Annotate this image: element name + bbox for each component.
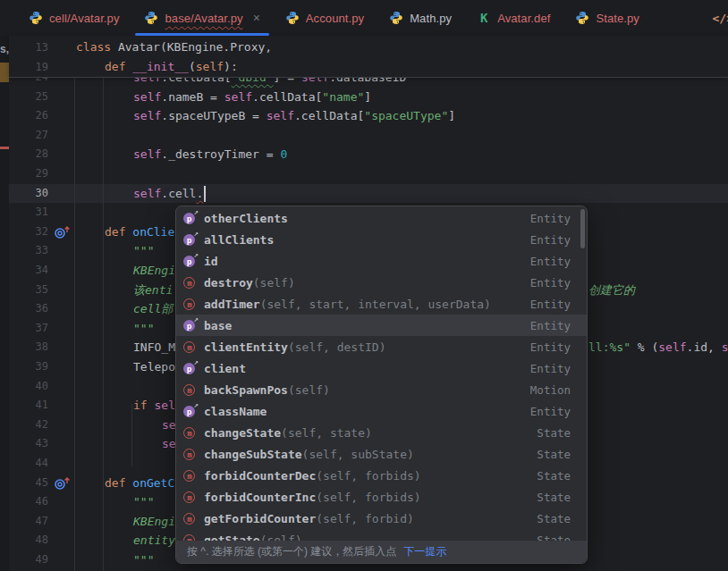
tab-state-py[interactable]: State.py bbox=[563, 0, 652, 36]
code-line-26[interactable]: 26self.spaceUTypeB = self.cellData["spac… bbox=[9, 106, 728, 126]
completion-item-addTimer[interactable]: maddTimer(self, start, interval, userDat… bbox=[176, 293, 587, 315]
override-method-icon[interactable] bbox=[54, 225, 73, 239]
code-text: """ bbox=[133, 550, 154, 570]
method-icon: m bbox=[183, 383, 197, 397]
line-number: 38 bbox=[9, 338, 48, 357]
property-icon: p↗ bbox=[183, 405, 197, 418]
method-icon: m bbox=[183, 469, 197, 483]
tool-window-edge: s, bbox=[0, 36, 9, 571]
item-type: State bbox=[537, 448, 571, 461]
tab-label: Account.py bbox=[306, 12, 364, 25]
tab-math-py[interactable]: Math.py bbox=[377, 0, 464, 36]
item-name: className bbox=[204, 405, 267, 418]
item-type: State bbox=[537, 491, 571, 504]
code-text: """ bbox=[133, 241, 154, 261]
property-icon: p↗ bbox=[183, 319, 197, 332]
code-text: KBEngi bbox=[133, 512, 175, 532]
item-name: changeSubState bbox=[204, 448, 302, 461]
code-completion-popup: p↗otherClientsEntityp↗allClientsEntityp↗… bbox=[175, 206, 588, 564]
item-name: clientEntity bbox=[204, 340, 288, 354]
completion-item-allClients[interactable]: p↗allClientsEntity bbox=[176, 229, 587, 250]
item-type: State bbox=[537, 426, 571, 440]
item-name: forbidCounterDec bbox=[204, 469, 316, 483]
code-text: INFO_M bbox=[133, 338, 175, 357]
code-text: KBEngi bbox=[133, 261, 175, 281]
popup-scrollbar-thumb[interactable] bbox=[580, 209, 585, 248]
sticky-lines-panel[interactable]: 13class Avatar(KBEngine.Proxy,19def __in… bbox=[9, 36, 728, 78]
item-name: backSpawnPos bbox=[204, 383, 288, 397]
tab-account-py[interactable]: Account.py bbox=[273, 0, 377, 36]
line-number: 39 bbox=[9, 357, 48, 377]
line-number: 34 bbox=[9, 261, 48, 281]
completion-item-client[interactable]: p↗clientEntity bbox=[176, 357, 587, 379]
completion-item-id[interactable]: p↗idEntity bbox=[176, 250, 587, 272]
item-params: (self) bbox=[288, 383, 330, 397]
code-text: self._destroyTimer = 0 bbox=[133, 145, 287, 164]
line-number: 44 bbox=[9, 454, 48, 474]
code-line-28[interactable]: 28self._destroyTimer = 0 bbox=[9, 145, 728, 164]
code-text: def onGetC bbox=[105, 474, 174, 493]
property-icon: p↗ bbox=[183, 362, 197, 375]
tab-label: Avatar.def bbox=[497, 12, 550, 25]
completion-item-changeState[interactable]: mchangeState(self, state)State bbox=[176, 422, 587, 443]
tab-label: State.py bbox=[596, 12, 639, 25]
completion-item-base[interactable]: p↗baseEntity bbox=[176, 315, 587, 336]
completion-item-forbidCounterInc[interactable]: mforbidCounterInc(self, forbids)State bbox=[176, 486, 587, 508]
item-type: Entity bbox=[530, 212, 571, 225]
completion-item-destroy[interactable]: mdestroy(self)Entity bbox=[176, 272, 587, 293]
tab-avatar-def[interactable]: KAvatar.def bbox=[464, 0, 563, 36]
item-type: Entity bbox=[530, 362, 571, 375]
code-text: cell部 bbox=[133, 299, 173, 319]
tab-cell-avatar-py[interactable]: cell/Avatar.py bbox=[16, 0, 131, 36]
text-caret bbox=[204, 186, 206, 202]
completion-item-clientEntity[interactable]: mclientEntity(self, destID)Entity bbox=[176, 336, 587, 357]
property-icon: p↗ bbox=[183, 233, 197, 247]
next-tip-link[interactable]: 下一提示 bbox=[403, 544, 446, 559]
item-name: otherClients bbox=[204, 212, 288, 225]
line-number: 42 bbox=[9, 416, 48, 435]
item-name: addTimer bbox=[204, 298, 260, 311]
sticky-line-19[interactable]: 19def __init__(self): bbox=[9, 57, 728, 77]
code-line-27[interactable]: 27 bbox=[9, 126, 728, 146]
code-line-30[interactable]: 30self.cell. bbox=[9, 184, 728, 204]
completion-item-className[interactable]: p↗classNameEntity bbox=[176, 400, 587, 422]
line-number: 31 bbox=[9, 203, 48, 223]
method-icon: m bbox=[183, 340, 197, 354]
line-number: 35 bbox=[9, 281, 48, 300]
method-icon: m bbox=[183, 276, 197, 290]
completion-list: p↗otherClientsEntityp↗allClientsEntityp↗… bbox=[176, 207, 587, 550]
code-text: class Avatar(KBEngine.Proxy, bbox=[76, 38, 272, 57]
kbengine-def-icon: K bbox=[477, 11, 491, 25]
completion-item-forbidCounterDec[interactable]: mforbidCounterDec(self, forbids)State bbox=[176, 465, 587, 486]
line-number: 36 bbox=[9, 299, 48, 319]
python-icon bbox=[285, 11, 300, 25]
line-number: 28 bbox=[9, 145, 48, 164]
tree-selection-fragment bbox=[0, 63, 9, 82]
completion-item-otherClients[interactable]: p↗otherClientsEntity bbox=[176, 207, 587, 229]
code-text: """ bbox=[133, 319, 154, 339]
item-params: (self) bbox=[253, 276, 295, 290]
line-number: 33 bbox=[9, 241, 48, 261]
sticky-line-13[interactable]: 13class Avatar(KBEngine.Proxy, bbox=[9, 38, 728, 57]
item-type: State bbox=[537, 512, 571, 525]
code-line-25[interactable]: 25self.nameB = self.cellData["name"] bbox=[9, 88, 728, 107]
completion-item-changeSubState[interactable]: mchangeSubState(self, subState)State bbox=[176, 443, 587, 465]
override-method-icon[interactable] bbox=[54, 476, 73, 491]
completion-item-getForbidCounter[interactable]: mgetForbidCounter(self, forbid)State bbox=[176, 508, 587, 529]
line-number: 25 bbox=[9, 88, 48, 107]
close-icon[interactable]: × bbox=[253, 12, 260, 24]
item-name: base bbox=[204, 319, 232, 332]
item-params: (self, forbids) bbox=[316, 491, 420, 504]
line-number: 19 bbox=[9, 57, 48, 77]
tab-base-avatar-py[interactable]: base/Avatar.py× bbox=[131, 0, 272, 36]
line-number: 29 bbox=[9, 164, 48, 184]
item-name: forbidCounterInc bbox=[204, 491, 316, 504]
code-text-fragment: 创建它的 bbox=[588, 281, 635, 300]
method-icon: m bbox=[183, 512, 197, 525]
editor-tab-bar: cell/Avatar.pybase/Avatar.py×Account.pyM… bbox=[0, 0, 728, 36]
hint-text: 按 ^. 选择所选 (或第一个) 建议，然后插入点 bbox=[187, 544, 396, 559]
hidden-tab-code-icon[interactable]: </> bbox=[713, 0, 728, 36]
completion-item-backSpawnPos[interactable]: mbackSpawnPos(self)Motion bbox=[176, 379, 587, 400]
code-line-29[interactable]: 29 bbox=[9, 164, 728, 184]
method-icon: m bbox=[183, 426, 197, 440]
